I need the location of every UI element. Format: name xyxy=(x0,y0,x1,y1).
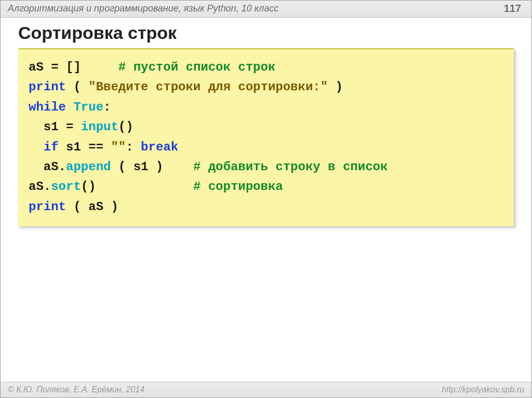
code-text: : xyxy=(126,140,141,154)
code-text: = xyxy=(51,60,58,74)
source-url[interactable]: http://kpolyakov.spb.ru xyxy=(442,385,524,394)
code-keyword: print xyxy=(29,200,66,214)
code-text: ( aS ) xyxy=(66,200,118,214)
code-string: "Введите строки для сортировки:" xyxy=(88,80,328,94)
code-text: == xyxy=(88,140,103,154)
code-text: ( s1 ) xyxy=(111,160,193,174)
code-block: aS = [] # пустой список строк print ( "В… xyxy=(18,48,514,226)
code-literal: True xyxy=(73,100,103,114)
code-text: ) xyxy=(328,80,343,94)
code-keyword: print xyxy=(29,80,66,94)
page-number: 117 xyxy=(504,3,521,15)
code-text: [] xyxy=(66,60,118,74)
slide: Алгоритмизация и программирование, язык … xyxy=(0,0,532,398)
code-text: aS. xyxy=(29,180,51,194)
code-comment: # добавить строку в список xyxy=(193,160,388,174)
code-keyword: if xyxy=(44,140,59,154)
code-comment: # сортировка xyxy=(193,180,283,194)
code-text xyxy=(29,140,44,154)
code-text: aS xyxy=(29,60,44,74)
code-text: : xyxy=(103,100,111,114)
slide-footer: © К.Ю. Поляков, Е.А. Ерёмин, 2014 http:/… xyxy=(1,382,531,397)
code-text: () xyxy=(118,120,134,134)
code-comment: # пустой список строк xyxy=(118,60,275,74)
code-text: = xyxy=(66,120,73,134)
slide-content: aS = [] # пустой список строк print ( "В… xyxy=(1,48,531,382)
code-func: input xyxy=(81,120,118,134)
code-text: () xyxy=(81,180,193,194)
code-text xyxy=(66,100,73,114)
code-keyword: break xyxy=(141,140,178,154)
code-text: ( xyxy=(66,80,88,94)
code-text: s1 xyxy=(29,120,59,134)
code-text: aS. xyxy=(29,160,66,174)
code-func: sort xyxy=(51,180,81,194)
code-keyword: while xyxy=(29,100,66,114)
course-title: Алгоритмизация и программирование, язык … xyxy=(8,3,278,14)
slide-title: Сортировка строк xyxy=(1,18,531,48)
copyright-text: © К.Ю. Поляков, Е.А. Ерёмин, 2014 xyxy=(8,385,144,394)
code-text: s1 xyxy=(59,140,81,154)
code-string: "" xyxy=(111,140,126,154)
code-func: append xyxy=(66,160,111,174)
slide-header: Алгоритмизация и программирование, язык … xyxy=(1,1,531,18)
